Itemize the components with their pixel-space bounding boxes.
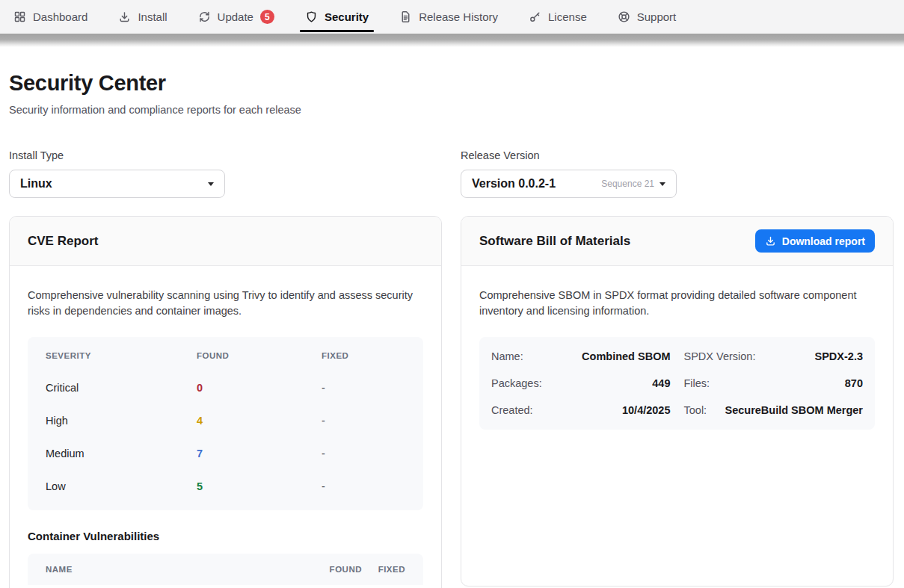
cve-report-description: Comprehensive vulnerability scanning usi… — [28, 288, 423, 319]
info-label: Created: — [491, 404, 533, 416]
info-value: SecureBuild SBOM Merger — [725, 404, 863, 416]
page-title: Security Center — [9, 71, 894, 96]
sbom-info-tool: Tool: SecureBuild SBOM Merger — [684, 397, 864, 424]
col-name: NAME — [46, 565, 302, 574]
col-fixed: FIXED — [362, 565, 405, 574]
info-label: Files: — [684, 377, 710, 389]
table-row: Medium 7 - — [28, 437, 423, 470]
top-nav: Dashboard Install Update 5 Security — [0, 0, 904, 34]
install-type-field: Install Type Linux — [9, 149, 442, 198]
col-found: FOUND — [302, 565, 362, 574]
severity-table: SEVERITY FOUND FIXED Critical 0 - High 4… — [28, 337, 423, 510]
info-value: Combined SBOM — [582, 350, 670, 362]
nav-label: Update — [218, 10, 253, 23]
page-subtitle: Security information and compliance repo… — [9, 104, 894, 116]
release-version-label: Release Version — [461, 149, 894, 161]
sbom-card: Software Bill of Materials Download repo… — [461, 216, 894, 587]
table-row: Low 5 - — [28, 470, 423, 503]
col-severity: SEVERITY — [46, 351, 197, 360]
download-icon — [118, 10, 131, 23]
lifebuoy-icon — [618, 10, 630, 23]
nav-label: Support — [637, 10, 677, 23]
shield-icon — [305, 10, 318, 23]
fixed-count: - — [322, 382, 405, 394]
info-value: 870 — [845, 377, 863, 389]
nav-item-security[interactable]: Security — [305, 0, 369, 34]
install-type-label: Install Type — [9, 149, 442, 161]
nav-label: License — [548, 10, 587, 23]
fixed-count: - — [322, 415, 405, 427]
severity-label: Low — [46, 480, 197, 492]
severity-label: Critical — [46, 382, 197, 394]
nav-item-license[interactable]: License — [529, 0, 587, 34]
info-label: SPDX Version: — [684, 350, 756, 362]
sbom-info-grid: Name: Combined SBOM SPDX Version: SPDX-2… — [479, 337, 875, 430]
release-version-sequence: Sequence 21 — [601, 179, 654, 189]
found-count: 0 — [197, 382, 322, 394]
sbom-title: Software Bill of Materials — [479, 234, 630, 249]
table-row: Critical 0 - — [28, 371, 423, 404]
sbom-header: Software Bill of Materials Download repo… — [461, 217, 893, 266]
nav-label: Install — [138, 10, 167, 23]
severity-label: Medium — [46, 448, 197, 459]
sbom-body: Comprehensive SBOM in SPDX format provid… — [461, 266, 893, 448]
nav-item-release-history[interactable]: Release History — [399, 0, 498, 34]
found-count: 5 — [197, 480, 322, 492]
found-count: 7 — [197, 448, 322, 459]
download-report-label: Download report — [782, 235, 865, 247]
update-count-badge: 5 — [260, 10, 274, 24]
cve-report-title: CVE Report — [28, 234, 98, 249]
download-icon — [765, 235, 776, 247]
release-version-select[interactable]: Version 0.0.2-1 Sequence 21 — [461, 170, 677, 198]
info-value: 449 — [652, 377, 670, 389]
release-version-meta-group: Sequence 21 — [601, 179, 665, 189]
release-version-field: Release Version Version 0.0.2-1 Sequence… — [461, 149, 894, 198]
info-label: Packages: — [491, 377, 542, 389]
info-label: Name: — [491, 350, 523, 362]
nav-label: Security — [325, 10, 369, 23]
active-tab-underline — [300, 30, 374, 32]
col-fixed: FIXED — [322, 351, 405, 360]
nav-item-support[interactable]: Support — [618, 0, 677, 34]
found-count: 4 — [197, 415, 322, 427]
sbom-info-spdx-version: SPDX Version: SPDX-2.3 — [684, 343, 864, 370]
main-content: Security Center Security information and… — [0, 47, 904, 588]
filters-row: Install Type Linux Release Version Versi… — [9, 149, 894, 198]
refresh-icon — [198, 10, 211, 23]
fixed-count: - — [322, 448, 405, 459]
cards-grid: CVE Report Comprehensive vulnerability s… — [9, 216, 894, 588]
key-icon — [529, 10, 541, 23]
info-value: SPDX-2.3 — [815, 350, 863, 362]
download-report-button[interactable]: Download report — [755, 229, 875, 253]
cve-report-card: CVE Report Comprehensive vulnerability s… — [9, 216, 442, 588]
cve-report-header: CVE Report — [10, 217, 441, 266]
install-type-select[interactable]: Linux — [9, 170, 225, 198]
severity-label: High — [46, 415, 197, 427]
info-value: 10/4/2025 — [622, 404, 671, 416]
release-version-value: Version 0.0.2-1 — [472, 177, 556, 191]
document-icon — [399, 10, 412, 23]
chevron-down-icon — [208, 182, 214, 186]
sbom-info-name: Name: Combined SBOM — [491, 343, 671, 370]
col-found: FOUND — [197, 351, 322, 360]
fixed-count: - — [322, 480, 405, 492]
severity-table-header: SEVERITY FOUND FIXED — [28, 339, 423, 371]
nav-item-dashboard[interactable]: Dashboard — [13, 0, 87, 34]
sbom-description: Comprehensive SBOM in SPDX format provid… — [479, 288, 875, 319]
nav-label: Dashboard — [33, 10, 87, 23]
container-vulnerabilities-table-header: NAME FOUND FIXED — [28, 554, 423, 585]
nav-item-install[interactable]: Install — [118, 0, 167, 34]
nav-label: Release History — [419, 10, 498, 23]
sbom-info-files: Files: 870 — [684, 370, 864, 397]
dashboard-grid-icon — [13, 10, 26, 23]
sbom-info-created: Created: 10/4/2025 — [491, 397, 671, 424]
info-label: Tool: — [684, 404, 707, 416]
nav-item-update[interactable]: Update 5 — [198, 0, 274, 34]
install-type-value: Linux — [20, 177, 52, 191]
table-row: High 4 - — [28, 404, 423, 437]
sbom-info-packages: Packages: 449 — [491, 370, 671, 397]
chevron-down-icon — [659, 182, 665, 186]
cve-report-body: Comprehensive vulnerability scanning usi… — [10, 266, 441, 588]
nav-shadow-divider — [0, 34, 904, 47]
container-vulnerabilities-title: Container Vulnerabilities — [28, 530, 423, 542]
